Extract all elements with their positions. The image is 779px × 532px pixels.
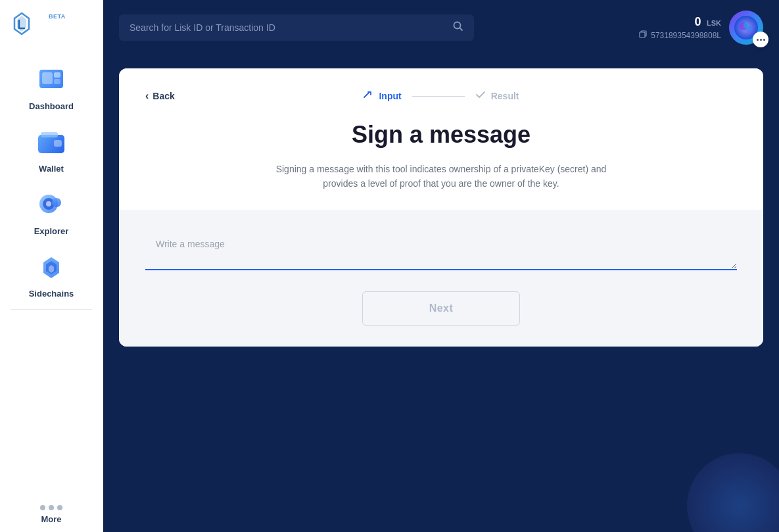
page-area: ‹ Back Input (103, 55, 779, 532)
wallet-icon (34, 127, 68, 161)
page-title: Sign a message (145, 121, 737, 149)
bg-circle (687, 453, 779, 532)
svg-rect-3 (54, 79, 60, 84)
sidebar-divider (11, 309, 93, 310)
next-button[interactable]: Next (362, 291, 520, 326)
sidebar-item-dashboard[interactable]: Dashboard (0, 57, 103, 119)
logo-container: BETA (0, 11, 43, 38)
search-input[interactable] (130, 22, 446, 33)
more-dots-icon (40, 505, 62, 510)
svg-rect-16 (640, 32, 645, 37)
avatar-more-button[interactable] (753, 32, 768, 47)
svg-rect-6 (54, 140, 62, 147)
card-top: ‹ Back Input (119, 68, 763, 210)
header-right: 0 LSK 573189354398808L (639, 11, 763, 45)
copy-icon[interactable] (639, 30, 647, 40)
search-icon (453, 21, 463, 34)
sidebar-item-explorer[interactable]: Explorer (0, 181, 103, 244)
step-divider (412, 96, 465, 97)
back-chevron-icon: ‹ (145, 90, 149, 102)
svg-rect-2 (54, 72, 60, 78)
svg-rect-1 (42, 72, 53, 84)
step-result-label: Result (491, 91, 519, 101)
sidebar-item-sidechains[interactable]: Sidechains (0, 244, 103, 306)
message-textarea[interactable] (145, 231, 737, 270)
svg-point-10 (52, 198, 61, 207)
avatar-container[interactable] (729, 11, 763, 45)
beta-badge: BETA (49, 13, 66, 20)
sidebar-sidechains-label: Sidechains (29, 289, 74, 299)
svg-point-9 (46, 201, 51, 206)
sidebar-explorer-label: Explorer (34, 226, 69, 236)
dashboard-icon (34, 64, 68, 99)
sidebar-navigation: Dashboard Wallet (0, 57, 103, 495)
step-input: Input (363, 89, 401, 103)
more-label: More (41, 514, 61, 524)
search-bar[interactable] (119, 14, 474, 41)
stepper: ‹ Back Input (145, 89, 737, 103)
message-input-wrapper (145, 231, 737, 273)
lisk-logo-icon (8, 11, 35, 38)
stepper-steps: Input Result (363, 89, 519, 103)
description-line1: Signing a message with this tool indicat… (276, 164, 607, 174)
sign-message-card: ‹ Back Input (119, 68, 763, 347)
back-button[interactable]: ‹ Back (145, 90, 175, 102)
explorer-icon (34, 189, 68, 224)
background-decoration (648, 400, 779, 532)
account-address-row: 573189354398808L (639, 30, 721, 40)
sidebar-dashboard-label: Dashboard (29, 101, 74, 111)
sidebar-more-button[interactable]: More (0, 495, 103, 532)
svg-line-15 (460, 28, 463, 31)
sidebar-item-wallet[interactable]: Wallet (0, 119, 103, 181)
sidebar: BETA Dashboard (0, 0, 103, 532)
step-input-label: Input (379, 91, 401, 101)
account-address-text: 573189354398808L (651, 31, 721, 40)
sidechains-icon (34, 252, 68, 286)
page-description: Signing a message with this tool indicat… (244, 162, 638, 191)
balance-currency: LSK (707, 19, 721, 27)
description-line2: provides a level of proof that you are t… (323, 178, 559, 189)
sidebar-wallet-label: Wallet (39, 164, 64, 174)
header: 0 LSK 573189354398808L (103, 0, 779, 55)
svg-rect-5 (41, 132, 58, 137)
main-content: 0 LSK 573189354398808L (103, 0, 779, 532)
step-result-icon (475, 89, 486, 103)
step-input-icon (363, 89, 373, 103)
back-label: Back (153, 91, 174, 101)
avatar-more-dots-icon (757, 39, 765, 41)
next-button-wrapper: Next (145, 291, 737, 326)
balance-section: 0 LSK 573189354398808L (639, 15, 721, 40)
card-bottom: Next (119, 210, 763, 347)
balance-amount: 0 (695, 15, 701, 28)
step-result: Result (475, 89, 519, 103)
svg-point-20 (744, 22, 749, 28)
